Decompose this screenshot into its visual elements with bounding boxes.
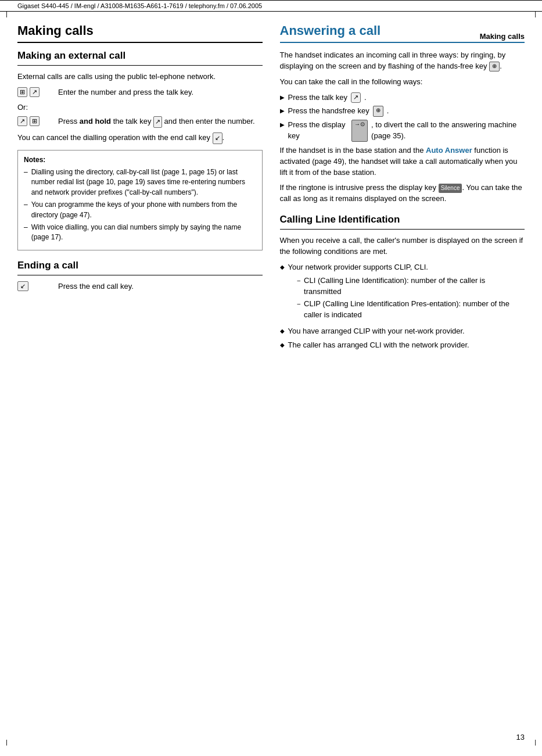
answer-bullet-1: Press the talk key ↗.: [280, 92, 525, 103]
notes-list: Dialling using the directory, call-by-ca…: [24, 167, 256, 243]
answer-para4: If the ringtone is intrusive press the d…: [280, 182, 525, 205]
silence-badge: Silence: [439, 184, 462, 194]
section1-para1: External calls are calls using the publi…: [17, 71, 263, 83]
auto-answer-label: Auto Answer: [426, 146, 472, 155]
or-label: Or:: [17, 103, 263, 112]
notes-box: Notes: Dialling using the directory, cal…: [17, 150, 263, 250]
section2-divider: [17, 275, 263, 275]
end-call-icon-2: ↙: [17, 281, 28, 291]
step2-row: ↗ ⊞ Press and hold the talk key ↗ and th…: [17, 116, 263, 128]
right-column: Answering a call The handset indicates a…: [280, 23, 525, 354]
ans-machine-key-icon: →⊙: [351, 120, 368, 142]
end-call-icon-1: ↙: [213, 132, 222, 144]
corner-mark-bl: |: [6, 739, 8, 746]
content-area: Making calls Making an external call Ext…: [0, 12, 542, 366]
cli-para1: When you receive a call, the caller's nu…: [280, 235, 525, 257]
corner-mark-tr: |: [534, 10, 536, 17]
step2-bold: and hold: [80, 117, 111, 126]
section2-title: Ending a call: [17, 260, 263, 271]
answer-bullet-2: Press the handsfree key ⊕.: [280, 106, 525, 117]
page-container: | | | | Gigaset S440-445 / IM-engl / A31…: [0, 0, 542, 756]
main-title-divider: [17, 42, 263, 43]
ending-step-text: Press the end call key.: [58, 281, 263, 292]
cli-sub-bullets-1: CLI (Calling Line Identification): numbe…: [288, 275, 525, 321]
answer-para1: The handset indicates an incoming call i…: [280, 50, 525, 72]
keypad-icon-2: ⊞: [30, 116, 40, 126]
notes-title: Notes:: [24, 155, 256, 165]
cli-sub-bullet-1-2: CLIP (Calling Line Identification Pres-e…: [297, 299, 525, 321]
hf-key-bullet-icon: ⊕: [373, 106, 383, 117]
ending-step-row: ↙ Press the end call key.: [17, 281, 263, 292]
answer-divider: [280, 42, 525, 43]
step1-row: ⊞ ↗ Enter the number and press the talk …: [17, 87, 263, 98]
left-column: Making calls Making an external call Ext…: [17, 23, 263, 354]
cli-bullet-2: You have arranged CLIP with your net-wor…: [280, 326, 525, 337]
cli-title: Calling Line Identification: [280, 214, 525, 225]
top-right-label: Making calls: [480, 32, 525, 41]
talk-key-bullet-icon: ↗: [351, 92, 361, 103]
main-title: Making calls: [17, 23, 263, 38]
notes-item-2: You can programme the keys of your phone…: [24, 200, 256, 220]
page-number: 13: [516, 733, 525, 741]
step1-icons: ⊞ ↗: [17, 87, 52, 97]
ending-step-icons: ↙: [17, 281, 52, 291]
header-bar: Gigaset S440-445 / IM-engl / A31008-M163…: [0, 0, 542, 12]
corner-mark-br: |: [534, 739, 536, 746]
section1-divider: [17, 65, 263, 66]
step1-text: Enter the number and press the talk key.: [58, 87, 263, 98]
talk-key-icon-3: ↗: [153, 116, 162, 128]
notes-item-3: With voice dialling, you can dial number…: [24, 223, 256, 243]
keypad-icon: ⊞: [17, 87, 27, 97]
corner-mark-tl: |: [6, 10, 8, 17]
step2-icons: ↗ ⊞: [17, 116, 52, 126]
handsfree-key-icon: ⊕: [489, 62, 500, 71]
notes-item-1: Dialling using the directory, call-by-ca…: [24, 167, 256, 198]
header-text: Gigaset S440-445 / IM-engl / A31008-M163…: [17, 2, 262, 9]
cli-bullet-3: The caller has arranged CLI with the net…: [280, 340, 525, 351]
cli-divider: [280, 229, 525, 230]
answer-para2: You can take the call in the following w…: [280, 77, 525, 88]
talk-key-icon-2: ↗: [17, 116, 27, 126]
cancel-text: You can cancel the dialling operation wi…: [17, 132, 263, 144]
talk-key-icon-1: ↗: [30, 87, 40, 97]
cli-bullet-1: Your network provider supports CLIP, CLI…: [280, 262, 525, 323]
step2-text: Press and hold the talk key ↗ and then e…: [58, 116, 263, 128]
answer-bullets: Press the talk key ↗. Press the handsfre…: [280, 92, 525, 142]
answer-para3: If the handset is in the base station an…: [280, 145, 525, 178]
section1-title: Making an external call: [17, 50, 263, 62]
cli-bullets: Your network provider supports CLIP, CLI…: [280, 262, 525, 351]
cli-sub-bullet-1-1: CLI (Calling Line Identification): numbe…: [297, 275, 525, 298]
answer-bullet-3: Press the display key →⊙, to divert the …: [280, 120, 525, 142]
